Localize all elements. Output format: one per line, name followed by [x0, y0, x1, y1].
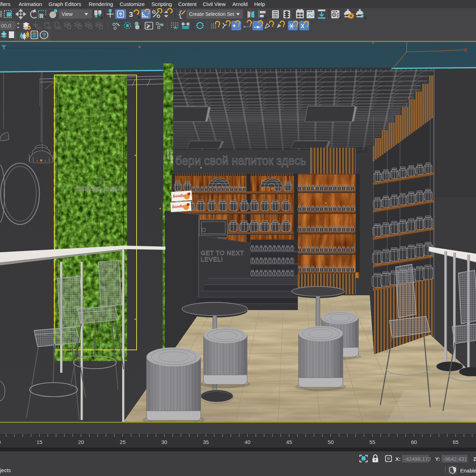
svg-text:jects: jects	[0, 467, 11, 473]
svg-text:40: 40	[245, 439, 251, 445]
svg-text:50: 50	[328, 439, 334, 445]
svg-text:-42498,172: -42498,172	[404, 456, 431, 462]
svg-text:?: ?	[42, 32, 46, 39]
svg-text:Z: Z	[473, 456, 476, 462]
svg-text:возьми: возьми	[167, 149, 170, 159]
svg-text:LEVEL!: LEVEL!	[201, 256, 223, 263]
svg-text:X: X	[464, 47, 468, 53]
svg-text:GET TO NEXT: GET TO NEXT	[201, 250, 244, 256]
svg-text:Бомба: Бомба	[171, 203, 184, 209]
svg-text:15: 15	[37, 439, 43, 445]
svg-text:View: View	[62, 11, 73, 17]
svg-text:45: 45	[286, 439, 292, 445]
svg-text:Бомба: Бомба	[172, 193, 184, 198]
svg-text:-9642,431: -9642,431	[443, 456, 467, 462]
svg-text:a: a	[138, 44, 141, 49]
svg-text:10: 10	[0, 439, 1, 445]
svg-text:30: 30	[161, 439, 167, 445]
svg-text:A: A	[174, 25, 177, 30]
svg-text:25: 25	[120, 439, 126, 445]
svg-text:Y:: Y:	[435, 456, 440, 462]
svg-text:3: 3	[129, 10, 133, 18]
svg-text:55: 55	[369, 439, 375, 445]
svg-text:Enabled: Enabled	[460, 468, 476, 474]
svg-text:35: 35	[203, 439, 209, 445]
svg-text:бери свой напиток здесь: бери свой напиток здесь	[175, 154, 306, 167]
svg-text:65: 65	[453, 439, 459, 445]
svg-text:20: 20	[78, 439, 84, 445]
svg-text:{: {	[178, 10, 183, 19]
svg-text:с собой: с собой	[170, 152, 174, 163]
svg-text:X:: X:	[395, 456, 401, 462]
svg-text:X: X	[301, 23, 305, 29]
svg-text:Create Selection Set: Create Selection Set	[189, 11, 234, 17]
svg-text:60: 60	[411, 439, 417, 445]
svg-text:зарядись энерги: зарядись энерги	[76, 184, 125, 192]
svg-text:b: b	[372, 42, 374, 44]
svg-text:00,0: 00,0	[1, 23, 11, 29]
